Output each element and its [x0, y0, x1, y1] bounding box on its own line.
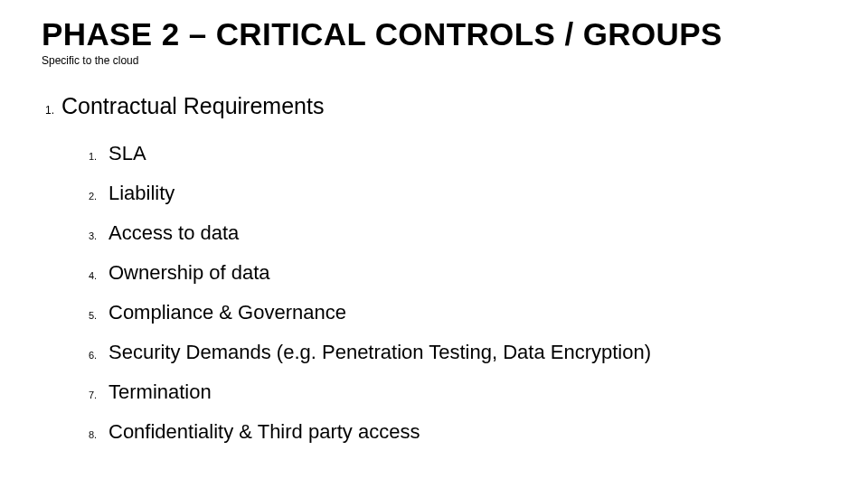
list-text: Termination: [108, 372, 212, 412]
list-text: Compliance & Governance: [108, 293, 346, 333]
list-text: Ownership of data: [108, 253, 270, 293]
list-item-level2: 5. Compliance & Governance: [89, 293, 826, 333]
list-item-level2: 3. Access to data: [89, 213, 826, 253]
list-number: 7.: [89, 385, 108, 405]
slide-title: PHASE 2 – CRITICAL CONTROLS / GROUPS: [42, 16, 826, 52]
list-number: 8.: [89, 425, 108, 445]
list-number: 1.: [89, 146, 108, 166]
list-number: 3.: [89, 226, 108, 246]
list-item-level2: 1. SLA: [89, 134, 826, 174]
list-text: Liability: [108, 174, 175, 213]
list-item-level2: 8. Confidentiality & Third party access: [89, 412, 826, 452]
list-item-level2: 6. Security Demands (e.g. Penetration Te…: [89, 333, 826, 372]
slide-subtitle: Specific to the cloud: [42, 54, 826, 67]
slide: PHASE 2 – CRITICAL CONTROLS / GROUPS Spe…: [0, 0, 868, 488]
list-text: Access to data: [108, 213, 239, 253]
list-number: 2.: [89, 186, 108, 206]
list-text: Confidentiality & Third party access: [108, 412, 420, 452]
list-text: Security Demands (e.g. Penetration Testi…: [108, 333, 651, 372]
list-number: 4.: [89, 266, 108, 286]
list-number: 5.: [89, 305, 108, 325]
slide-content: 1. Contractual Requirements 1. SLA 2. Li…: [42, 92, 826, 452]
list-text: SLA: [108, 134, 146, 174]
list-item-level2: 4. Ownership of data: [89, 253, 826, 293]
list-number: 6.: [89, 345, 108, 365]
list-item-level1: 1. Contractual Requirements: [45, 92, 826, 119]
list-level2-container: 1. SLA 2. Liability 3. Access to data 4.…: [45, 134, 826, 452]
list-item-level2: 2. Liability: [89, 174, 826, 213]
list-number: 1.: [45, 95, 61, 117]
list-text: Contractual Requirements: [61, 92, 324, 119]
list-item-level2: 7. Termination: [89, 372, 826, 412]
